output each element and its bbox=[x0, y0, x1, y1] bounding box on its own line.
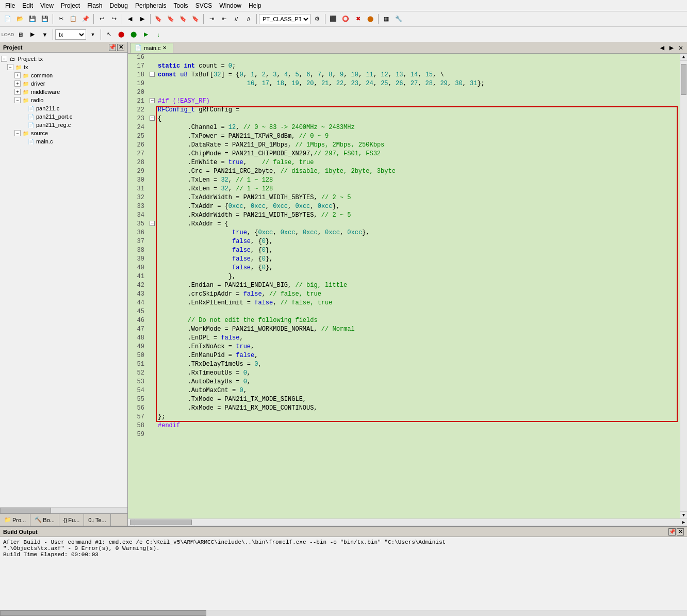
project-close-button[interactable]: ✕ bbox=[117, 44, 124, 51]
load-icon[interactable]: LOAD bbox=[2, 29, 13, 40]
menu-view[interactable]: View bbox=[37, 2, 57, 10]
line-fold-48[interactable] bbox=[149, 334, 156, 343]
line-fold-34[interactable] bbox=[149, 212, 156, 220]
fold-21[interactable]: − bbox=[150, 98, 155, 103]
grid-button[interactable]: ▦ bbox=[381, 13, 392, 25]
line-code-28[interactable]: .EnWhite = true, // false, true bbox=[156, 159, 680, 168]
line-fold-53[interactable] bbox=[149, 378, 156, 387]
run2-button[interactable]: ▶ bbox=[27, 29, 38, 40]
menu-tools[interactable]: Tools bbox=[171, 2, 191, 10]
save-button[interactable]: 💾 bbox=[27, 13, 38, 25]
tree-item-source[interactable]: − 📁 source bbox=[0, 129, 127, 137]
tree-item-radio[interactable]: − 📁 radio bbox=[0, 96, 127, 104]
line-code-38[interactable]: false, {0}, bbox=[156, 247, 680, 255]
indent-button[interactable]: ⇥ bbox=[206, 13, 217, 25]
bookmark4-button[interactable]: 🔖 bbox=[190, 13, 201, 25]
copy-button[interactable]: 📋 bbox=[68, 13, 79, 25]
line-code-18[interactable]: const u8 TxBuf[32] = {0, 1, 2, 3, 4, 5, … bbox=[156, 71, 680, 80]
tree-expand-tx[interactable]: − bbox=[7, 64, 13, 70]
line-fold-17[interactable] bbox=[149, 62, 156, 71]
menu-window[interactable]: Window bbox=[216, 2, 244, 10]
tree-expand-middleware[interactable]: + bbox=[14, 89, 21, 95]
line-code-54[interactable]: .AutoMaxCnt = 0, bbox=[156, 387, 680, 396]
line-code-27[interactable]: .ChipMode = PAN211_CHIPMODE_XN297,// 297… bbox=[156, 150, 680, 159]
line-fold-55[interactable] bbox=[149, 396, 156, 404]
line-fold-25[interactable] bbox=[149, 133, 156, 141]
line-code-42[interactable]: .Endian = PAN211_ENDIAN_BIG, // big, lit… bbox=[156, 282, 680, 290]
line-code-37[interactable]: false, {0}, bbox=[156, 238, 680, 247]
rebuild-button[interactable]: ⭕ bbox=[340, 13, 351, 25]
line-fold-22[interactable] bbox=[149, 106, 156, 115]
code-scroll-area[interactable]: 16 17 static int count = 0; bbox=[128, 54, 680, 518]
line-code-34[interactable]: .RxAddrWidth = PAN211_WIDTH_5BYTES, // 2… bbox=[156, 212, 680, 220]
build-pin-button[interactable]: 📌 bbox=[668, 528, 676, 536]
editor-tab-mainc[interactable]: 📄 main.c ✕ bbox=[130, 43, 173, 53]
line-fold-46[interactable] bbox=[149, 317, 156, 326]
tree-expand-radio[interactable]: − bbox=[14, 97, 21, 103]
line-code-44[interactable]: .EnRxPlLenLimit = false, // false, true bbox=[156, 299, 680, 308]
download-green-button[interactable]: ⬤ bbox=[128, 29, 139, 40]
fold-35[interactable]: − bbox=[150, 221, 155, 226]
line-fold-38[interactable] bbox=[149, 247, 156, 255]
tab-scroll-left[interactable]: ◀ bbox=[658, 44, 666, 52]
dropdown2-button[interactable]: ▼ bbox=[39, 29, 51, 40]
line-code-49[interactable]: .EnTxNoAck = true, bbox=[156, 343, 680, 352]
line-code-56[interactable]: .RxMode = PAN211_RX_MODE_CONTINOUS, bbox=[156, 404, 680, 413]
tab-templates[interactable]: 0↓ Te... bbox=[84, 514, 110, 526]
line-code-23[interactable]: { bbox=[156, 115, 680, 124]
download2-button[interactable]: ↓ bbox=[153, 29, 164, 40]
uncomment-button[interactable]: // bbox=[243, 13, 254, 25]
line-code-31[interactable]: .RxLen = 32, // 1 ~ 128 bbox=[156, 185, 680, 194]
paste-button[interactable]: 📌 bbox=[80, 13, 91, 25]
line-code-30[interactable]: .TxLen = 32, // 1 ~ 128 bbox=[156, 176, 680, 185]
line-code-36[interactable]: true, {0xcc, 0xcc, 0xcc, 0xcc, 0xcc}, bbox=[156, 229, 680, 238]
line-fold-56[interactable] bbox=[149, 404, 156, 413]
tree-item-pan211port[interactable]: 📄 pan211_port.c bbox=[0, 112, 127, 121]
vscroll-thumb[interactable] bbox=[681, 64, 686, 95]
tree-item-mainc[interactable]: 📄 main.c bbox=[0, 137, 127, 145]
wrench-button[interactable]: 🔧 bbox=[393, 13, 404, 25]
line-fold-51[interactable] bbox=[149, 361, 156, 369]
tree-item-common[interactable]: + 📁 common bbox=[0, 71, 127, 79]
line-fold-57[interactable] bbox=[149, 413, 156, 422]
line-fold-21[interactable]: − bbox=[149, 98, 156, 106]
line-code-58[interactable]: #endif bbox=[156, 422, 680, 431]
line-fold-41[interactable] bbox=[149, 273, 156, 282]
line-code-32[interactable]: .TxAddrWidth = PAN211_WIDTH_5BYTES, // 2… bbox=[156, 194, 680, 203]
tab-build[interactable]: 🔨 Bo... bbox=[30, 514, 59, 526]
flash-button[interactable]: ⬤ bbox=[365, 13, 376, 25]
tab-project[interactable]: 📁 Pro... bbox=[0, 514, 30, 526]
hscroll-thumb[interactable] bbox=[130, 520, 192, 525]
line-fold-20[interactable] bbox=[149, 89, 156, 98]
tree-item-pan211c[interactable]: 📄 pan211.c bbox=[0, 104, 127, 112]
target-down[interactable]: ▼ bbox=[87, 29, 99, 40]
tree-expand-common[interactable]: + bbox=[14, 72, 21, 78]
line-code-21[interactable]: #if (!EASY_RF) bbox=[156, 98, 680, 106]
line-code-33[interactable]: .TxAddr = {0xcc, 0xcc, 0xcc, 0xcc, 0xcc}… bbox=[156, 203, 680, 212]
menu-edit[interactable]: Edit bbox=[19, 2, 36, 10]
line-fold-40[interactable] bbox=[149, 264, 156, 273]
tree-item-tx[interactable]: − 📁 tx bbox=[0, 63, 127, 71]
line-fold-45[interactable] bbox=[149, 308, 156, 317]
tree-expand-source[interactable]: − bbox=[14, 130, 21, 136]
menu-file[interactable]: File bbox=[2, 2, 18, 10]
line-fold-32[interactable] bbox=[149, 194, 156, 203]
build-hscroll-thumb[interactable] bbox=[0, 610, 206, 616]
line-fold-27[interactable] bbox=[149, 150, 156, 159]
line-code-50[interactable]: .EnManuPid = false, bbox=[156, 352, 680, 361]
line-fold-42[interactable] bbox=[149, 282, 156, 290]
tree-item-pan211reg[interactable]: 📄 pan211_reg.c bbox=[0, 121, 127, 129]
line-fold-54[interactable] bbox=[149, 387, 156, 396]
cut-button[interactable]: ✂ bbox=[55, 13, 67, 25]
editor-vscroll[interactable]: ▲ ▼ bbox=[680, 54, 687, 518]
build-hscroll[interactable] bbox=[0, 610, 687, 616]
line-fold-52[interactable] bbox=[149, 369, 156, 378]
line-fold-33[interactable] bbox=[149, 203, 156, 212]
line-code-17[interactable]: static int count = 0; bbox=[156, 62, 680, 71]
line-fold-43[interactable] bbox=[149, 290, 156, 299]
editor-hscroll[interactable]: ◀ ▶ bbox=[128, 518, 687, 526]
undo-button[interactable]: ↩ bbox=[96, 13, 107, 25]
project-pin-button[interactable]: 📌 bbox=[109, 44, 116, 51]
line-code-40[interactable]: false, {0}, bbox=[156, 264, 680, 273]
line-fold-23[interactable]: − bbox=[149, 115, 156, 124]
